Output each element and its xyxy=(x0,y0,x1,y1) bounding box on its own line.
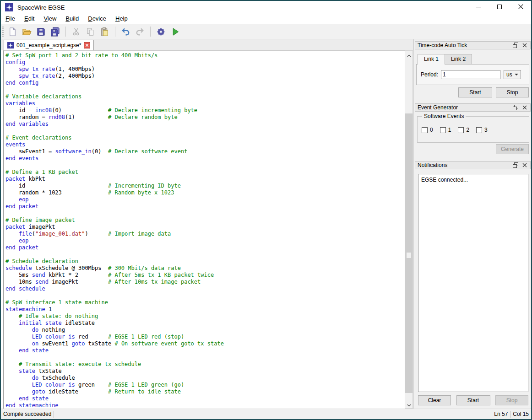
notification-message: EGSE connected... xyxy=(421,177,525,183)
code-line: end schedule xyxy=(5,285,405,292)
checkbox-icon[interactable] xyxy=(476,127,482,133)
software-event-checkbox-3[interactable]: 3 xyxy=(476,127,488,133)
toolbar-grip[interactable] xyxy=(2,27,4,37)
menu-file[interactable]: File xyxy=(1,14,20,24)
editor-vertical-scrollbar[interactable] xyxy=(405,50,413,409)
copy-button[interactable] xyxy=(83,25,98,38)
link-tabs: Link 1 Link 2 xyxy=(418,54,472,65)
save-button[interactable] xyxy=(34,25,48,38)
float-panel-button[interactable] xyxy=(512,162,519,168)
close-panel-button[interactable] xyxy=(521,162,528,168)
code-line: packet kbPkt xyxy=(5,176,405,183)
code-line: spw_tx_rate(1, 400Mbps) xyxy=(5,66,405,73)
menu-device[interactable]: Device xyxy=(83,14,111,24)
code-line xyxy=(5,210,405,217)
cut-icon xyxy=(71,27,81,37)
tab-close-button[interactable] xyxy=(84,42,90,48)
code-line: end state xyxy=(5,347,405,354)
open-file-button[interactable] xyxy=(20,25,34,38)
menu-help[interactable]: Help xyxy=(111,14,132,24)
checkbox-icon[interactable] xyxy=(458,127,464,133)
software-event-checkbox-1[interactable]: 1 xyxy=(440,127,451,133)
period-input[interactable] xyxy=(441,70,500,79)
minimize-button[interactable] xyxy=(468,1,489,14)
run-icon xyxy=(170,27,180,37)
redo-button[interactable] xyxy=(133,25,147,38)
code-line: 5ms send kbPkt * 2 # After 5ms tx 1 KB p… xyxy=(5,272,405,279)
unit-select[interactable]: us xyxy=(504,70,521,79)
close-panel-button[interactable] xyxy=(521,104,528,111)
save-icon xyxy=(36,27,46,37)
code-line: eop xyxy=(5,237,405,244)
code-line: # SpW interface 1 state machine xyxy=(5,299,405,306)
timecode-panel-title: Time-code Auto Tick xyxy=(418,42,467,48)
tab-link-1[interactable]: Link 1 xyxy=(418,54,445,65)
window-title: SpaceWire EGSE xyxy=(17,4,65,11)
paste-button[interactable] xyxy=(98,25,112,38)
open-file-icon xyxy=(22,27,32,37)
code-line: packet imagePkt xyxy=(5,224,405,231)
code-line: # Transmit state: execute tx schedule xyxy=(5,361,405,368)
code-line: do nothing xyxy=(5,327,405,334)
undo-icon xyxy=(121,27,130,37)
cut-button[interactable] xyxy=(69,25,83,38)
code-line: swEvent1 = software_in(0) # Declare soft… xyxy=(5,148,405,155)
chevron-down-icon xyxy=(515,74,518,75)
tab-label: 001_example_script.egse* xyxy=(16,42,81,48)
notifications-list[interactable]: EGSE connected... xyxy=(418,174,528,392)
checkbox-label: 2 xyxy=(466,127,469,133)
close-panel-button[interactable] xyxy=(521,42,528,48)
tab-example-script[interactable]: 001_example_script.egse* xyxy=(4,40,94,50)
timecode-start-button[interactable]: Start xyxy=(458,87,492,97)
notifications-title: Notifications xyxy=(418,162,447,168)
redo-icon xyxy=(135,27,145,37)
code-line: statemachine 1 xyxy=(5,306,405,313)
paste-icon xyxy=(100,27,109,37)
checkbox-icon[interactable] xyxy=(422,127,428,133)
scrollbar-thumb[interactable] xyxy=(405,113,413,393)
menu-view[interactable]: View xyxy=(39,14,61,24)
notifications-start-button[interactable]: Start xyxy=(456,395,490,405)
generate-button[interactable]: Generate xyxy=(496,144,529,154)
code-line: end state xyxy=(5,395,405,402)
code-line xyxy=(5,251,405,258)
code-line: end statemachine xyxy=(5,402,405,409)
code-line xyxy=(5,86,405,93)
float-panel-button[interactable] xyxy=(512,104,519,111)
code-line: schedule txSchedule @ 300Mbps # 300 Mbit… xyxy=(5,265,405,272)
code-line: LED colour is green # EGSE 1 LED green (… xyxy=(5,382,405,388)
checkbox-label: 3 xyxy=(484,127,488,133)
maximize-button[interactable] xyxy=(489,1,510,14)
code-line: goto idleState # Return to idle state xyxy=(5,388,405,395)
software-event-checkbox-2[interactable]: 2 xyxy=(458,127,469,133)
scroll-down-button[interactable] xyxy=(405,400,413,408)
code-line: do txSchedule xyxy=(5,375,405,382)
undo-button[interactable] xyxy=(119,25,133,38)
code-line: variables xyxy=(5,100,405,107)
run-button[interactable] xyxy=(168,25,182,38)
notifications-stop-button[interactable]: Stop xyxy=(495,395,528,405)
tab-link-2[interactable]: Link 2 xyxy=(445,54,472,65)
code-line: random * 1023 # Random byte x 1023 xyxy=(5,189,405,196)
code-line xyxy=(5,162,405,169)
copy-icon xyxy=(86,27,95,37)
code-line: # Idle state: do nothing xyxy=(5,313,405,320)
checkbox-icon[interactable] xyxy=(440,127,446,133)
menu-build[interactable]: Build xyxy=(61,14,83,24)
code-editor[interactable]: # Set SpW port 1 and 2 bit rate to 400 M… xyxy=(3,50,405,409)
clear-button[interactable]: Clear xyxy=(418,395,451,405)
settings-icon xyxy=(156,27,166,37)
period-label: Period: xyxy=(421,71,438,78)
menubar: FileEditViewBuildDeviceHelp xyxy=(1,14,531,24)
settings-button[interactable] xyxy=(154,25,168,38)
scroll-up-button[interactable] xyxy=(405,51,413,59)
timecode-stop-button[interactable]: Stop xyxy=(496,87,529,97)
line-indicator: Ln 57 xyxy=(492,411,510,417)
software-event-checkbox-0[interactable]: 0 xyxy=(422,127,433,133)
save-all-button[interactable] xyxy=(48,25,62,38)
new-file-button[interactable] xyxy=(5,25,20,38)
close-button[interactable] xyxy=(510,1,531,14)
float-panel-button[interactable] xyxy=(512,42,519,48)
toolbar-separator xyxy=(65,27,66,37)
menu-edit[interactable]: Edit xyxy=(20,14,39,24)
